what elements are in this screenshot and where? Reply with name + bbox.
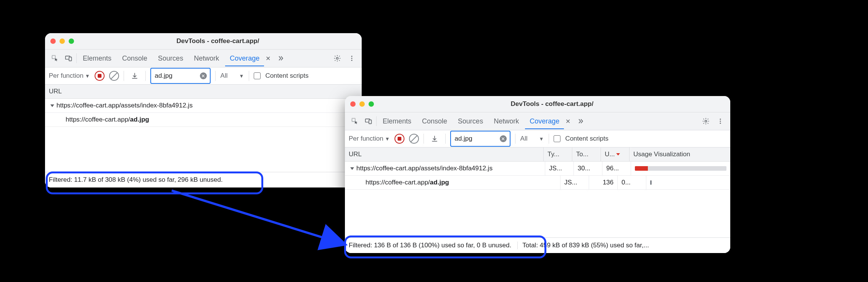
- close-tab-icon[interactable]: ✕: [563, 115, 573, 127]
- export-icon[interactable]: [129, 70, 141, 82]
- zoom-dot[interactable]: [369, 101, 374, 107]
- annotation-arrow: [168, 187, 359, 255]
- close-tab-icon[interactable]: ✕: [263, 53, 273, 64]
- tab-elements[interactable]: Elements: [378, 114, 416, 129]
- type-filter-label: All: [520, 135, 528, 143]
- col-url[interactable]: URL: [45, 85, 362, 98]
- tab-sources[interactable]: Sources: [453, 114, 488, 129]
- content-scripts-checkbox[interactable]: [554, 135, 560, 142]
- type-filter-dropdown[interactable]: All ▼: [220, 70, 245, 82]
- tab-network[interactable]: Network: [489, 114, 523, 129]
- content-scripts-label: Content scripts: [265, 72, 308, 80]
- minimize-dot[interactable]: [359, 101, 365, 107]
- more-tabs-icon[interactable]: [274, 52, 287, 64]
- device-toolbar-icon[interactable]: [63, 52, 75, 64]
- inspect-icon[interactable]: [49, 52, 61, 64]
- tab-elements[interactable]: Elements: [78, 51, 116, 66]
- clear-filter-icon[interactable]: ✕: [200, 72, 207, 79]
- status-filtered: Filtered: 11.7 kB of 308 kB (4%) used so…: [49, 176, 176, 184]
- granularity-label: Per function: [349, 135, 383, 143]
- type-filter-dropdown[interactable]: All ▼: [520, 133, 544, 144]
- table-row[interactable]: https://coffee-cart.app/ad.jpg: [45, 113, 362, 127]
- chevron-down-icon: ▼: [385, 136, 390, 142]
- coverage-toolbar: Per function ▼ ✕ All ▼ Content scripts: [345, 130, 730, 147]
- svg-line-14: [172, 191, 343, 244]
- disclosure-triangle-icon[interactable]: [350, 167, 354, 170]
- window-title: DevTools - coffee-cart.app/: [511, 100, 594, 108]
- close-dot[interactable]: [50, 38, 56, 44]
- inspect-icon[interactable]: [349, 115, 361, 127]
- traffic-lights[interactable]: [350, 101, 374, 107]
- gear-icon[interactable]: [331, 52, 343, 64]
- tab-console[interactable]: Console: [417, 114, 452, 129]
- svg-point-5: [351, 58, 353, 59]
- traffic-lights[interactable]: [50, 38, 74, 44]
- url-text: https://coffee-cart.app/assets/index-8bf…: [356, 165, 493, 172]
- svg-rect-2: [69, 57, 72, 61]
- svg-point-6: [351, 60, 353, 61]
- record-button[interactable]: [95, 71, 105, 81]
- table-row[interactable]: https://coffee-cart.app/assets/index-8bf…: [45, 99, 362, 113]
- col-type[interactable]: Ty...: [544, 147, 572, 161]
- kebab-icon[interactable]: [346, 52, 358, 64]
- disclosure-triangle-icon[interactable]: [50, 104, 54, 107]
- granularity-dropdown[interactable]: Per function ▼: [49, 72, 90, 80]
- cell-total: 30...: [573, 162, 602, 175]
- content-scripts-label: Content scripts: [565, 135, 608, 143]
- device-toolbar-icon[interactable]: [362, 115, 375, 127]
- cell-unused: 96...: [602, 162, 631, 175]
- more-tabs-icon[interactable]: [574, 115, 586, 127]
- clear-filter-icon[interactable]: ✕: [500, 135, 507, 142]
- svg-rect-7: [352, 119, 355, 122]
- cell-usage-viz: [646, 176, 730, 189]
- svg-rect-0: [52, 56, 55, 59]
- window-title: DevTools - coffee-cart.app/: [177, 37, 259, 45]
- col-url[interactable]: URL: [345, 147, 544, 161]
- url-filter-text[interactable]: [454, 135, 498, 143]
- clear-icon[interactable]: [409, 134, 419, 144]
- url-text-match: ad.jpg: [430, 179, 449, 186]
- table-row[interactable]: https://coffee-cart.app/ad.jpg JS... 136…: [345, 176, 730, 190]
- col-unused[interactable]: U...: [601, 147, 630, 161]
- type-filter-label: All: [221, 72, 228, 80]
- chevron-down-icon: ▼: [239, 73, 244, 79]
- table-header: URL Ty... To... U... Usage Visualization: [345, 147, 730, 162]
- gear-icon[interactable]: [700, 115, 712, 127]
- titlebar: DevTools - coffee-cart.app/: [345, 96, 730, 112]
- status-bar: Filtered: 136 B of 136 B (100%) used so …: [345, 237, 730, 253]
- status-total: Total: 459 kB of 839 kB (55%) used so fa…: [517, 242, 649, 249]
- record-button[interactable]: [395, 134, 404, 144]
- url-filter-input[interactable]: ✕: [150, 68, 211, 84]
- panel-tabbar: Elements Console Sources Network Coverag…: [45, 50, 362, 67]
- coverage-toolbar: Per function ▼ ✕ All ▼ Content scripts: [45, 67, 362, 85]
- tab-sources[interactable]: Sources: [153, 51, 188, 66]
- svg-point-10: [705, 120, 707, 122]
- titlebar: DevTools - coffee-cart.app/: [45, 33, 362, 50]
- granularity-dropdown[interactable]: Per function ▼: [349, 135, 390, 143]
- export-icon[interactable]: [428, 133, 441, 145]
- minimize-dot[interactable]: [60, 38, 65, 44]
- tab-network[interactable]: Network: [189, 51, 224, 66]
- close-dot[interactable]: [350, 101, 356, 107]
- status-unused: 296 kB unused.: [178, 176, 223, 184]
- cell-usage-viz: [631, 162, 730, 175]
- col-total[interactable]: To...: [572, 147, 601, 161]
- col-usage[interactable]: Usage Visualization: [630, 147, 730, 161]
- content-scripts-checkbox[interactable]: [254, 72, 261, 79]
- status-bar: Filtered: 11.7 kB of 308 kB (4%) used so…: [45, 172, 362, 187]
- svg-point-4: [351, 56, 353, 57]
- table-row[interactable]: https://coffee-cart.app/assets/index-8bf…: [345, 162, 730, 176]
- kebab-icon[interactable]: [714, 115, 726, 127]
- tab-coverage[interactable]: Coverage: [225, 51, 264, 66]
- tab-console[interactable]: Console: [118, 51, 152, 66]
- tab-coverage[interactable]: Coverage: [525, 114, 564, 129]
- url-filter-text[interactable]: [154, 72, 198, 80]
- panel-tabbar: Elements Console Sources Network Coverag…: [345, 112, 730, 130]
- url-filter-input[interactable]: ✕: [450, 131, 510, 147]
- zoom-dot[interactable]: [69, 38, 74, 44]
- url-text: https://coffee-cart.app/assets/index-8bf…: [56, 102, 193, 109]
- svg-point-13: [720, 123, 721, 124]
- table-header: URL: [45, 85, 362, 99]
- clear-icon[interactable]: [109, 71, 119, 81]
- granularity-label: Per function: [49, 72, 84, 80]
